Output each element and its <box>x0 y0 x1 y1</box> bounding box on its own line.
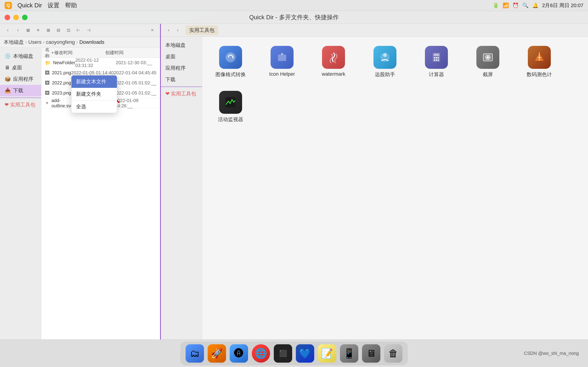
toolbar-btn-3[interactable]: ⊞ <box>44 26 52 34</box>
app-label-activity: 活动监视器 <box>218 116 243 123</box>
app-item-remote-helper[interactable]: 远股助手 <box>362 42 408 82</box>
sidebar-item-desktop[interactable]: 🖥 桌面 <box>0 62 41 73</box>
dock-item-trash[interactable]: 🗑 <box>384 344 402 363</box>
app-label-remote-helper: 远股助手 <box>375 71 395 78</box>
col-header-created[interactable]: 创建时间 <box>105 50 156 56</box>
right-active-tab[interactable]: 实用工具包 <box>186 25 218 35</box>
menubar-settings[interactable]: 设置 <box>48 1 60 9</box>
right-sidebar-toolkit[interactable]: ❤ 实用工具包 <box>161 88 202 100</box>
file-modified: 2022-01-05 01:14:40 <box>71 70 114 75</box>
back-button[interactable]: ‹ <box>4 26 12 34</box>
file-name: 2022.png <box>52 80 71 85</box>
panel-close-button[interactable]: × <box>148 26 156 34</box>
sidebar-item-localdisk[interactable]: 💿 本地磁盘 <box>0 50 41 62</box>
toolbar-btn-1[interactable]: ⊠ <box>24 26 32 34</box>
notification-icon[interactable]: 🔔 <box>532 2 538 8</box>
svg-rect-2 <box>278 55 286 61</box>
file-row[interactable]: 📁 NewFolder 2022-01-12 03:31:32 2021-12-… <box>41 58 160 68</box>
dock-item-chrome[interactable]: 🌐 <box>252 344 270 363</box>
svg-point-11 <box>434 59 435 61</box>
minimize-button[interactable] <box>13 15 19 20</box>
svg-point-10 <box>438 57 439 58</box>
left-sidebar: 💿 本地磁盘 🖥 桌面 📦 应用程序 📥 <box>0 48 41 340</box>
dock-item-launchpad[interactable]: 🚀 <box>208 344 226 363</box>
maximize-button[interactable] <box>22 15 27 20</box>
wifi-icon: 📶 <box>502 2 509 8</box>
localdisk-icon: 💿 <box>5 53 11 59</box>
toolbar-btn-2[interactable]: ≡ <box>34 26 42 34</box>
folder-icon: 📁 <box>45 60 51 66</box>
sidebar-label-applications: 应用程序 <box>13 76 33 83</box>
svg-point-13 <box>438 59 439 61</box>
context-menu-item-select-all[interactable]: 全选 <box>71 100 117 113</box>
file-name: 2023.png <box>52 90 71 96</box>
menubar-help[interactable]: 帮助 <box>65 1 77 9</box>
app-label-screenshot: 截屏 <box>483 71 493 78</box>
toolbar-btn-6[interactable]: ⊢ <box>74 26 83 34</box>
toolbar-btn-5[interactable]: ⊡ <box>64 26 73 34</box>
dock-item-appstore[interactable]: 🅐 <box>230 344 248 363</box>
dock-item-terminal[interactable]: ⬛ <box>274 344 292 363</box>
context-menu-item-new-folder[interactable]: 新建文件夹 <box>71 88 117 100</box>
app-icon-activity <box>219 91 242 114</box>
svg-rect-7 <box>434 54 439 56</box>
app-item-image-convert[interactable]: 图像格式转换 <box>208 42 254 82</box>
svg-point-9 <box>436 57 437 58</box>
breadcrumb-downloads[interactable]: Downloads <box>79 39 104 45</box>
left-toolbar: ‹ › ⊠ ≡ ⊞ ⊟ ⊡ ⊢ ⊣ × <box>0 24 160 37</box>
image-icon: 🖼 <box>45 70 50 76</box>
right-forward-button[interactable]: › <box>174 26 182 34</box>
dock-item-screenshare[interactable]: 🖥 <box>362 344 380 363</box>
status-text: CSDN @wo_shi_ma_nong <box>524 351 579 356</box>
dock-item-simulator[interactable]: 📱 <box>340 344 358 363</box>
right-back-button[interactable]: ‹ <box>164 26 173 34</box>
breadcrumb-localdisk[interactable]: 本地磁盘 <box>4 39 24 46</box>
menubar: Q Quick Dir 设置 帮助 🔋 📶 ⏰ 🔍 🔔 2月6日 周日 20:0… <box>0 0 588 11</box>
context-menu: 新建文本文件 新建文件夹 全选 <box>71 75 117 113</box>
breadcrumb-user[interactable]: caoyongfeng <box>46 39 75 45</box>
sidebar-divider <box>0 97 41 98</box>
file-created: 2021-12-30 03:__ <box>116 60 156 65</box>
dock-item-notes[interactable]: 📝 <box>318 344 336 363</box>
file-name: NewFolder <box>53 60 75 65</box>
right-sidebar-downloads[interactable]: 下载 <box>161 74 202 85</box>
context-menu-item-new-text[interactable]: 新建文本文件 <box>71 75 117 88</box>
svg-icon: + <box>45 100 49 106</box>
right-toolbar: ‹ › 实用工具包 <box>161 24 588 37</box>
right-sidebar-desktop[interactable]: 桌面 <box>161 51 202 62</box>
close-button[interactable] <box>5 15 10 20</box>
downloads-icon: 📥 <box>5 88 11 94</box>
col-header-modified[interactable]: 修改时间 <box>54 50 105 56</box>
col-header-name[interactable]: 名称 ▼ <box>45 48 54 59</box>
forward-button[interactable]: › <box>14 26 22 34</box>
app-item-calculator[interactable]: 计算器 <box>414 42 459 82</box>
dock-item-finder[interactable]: 🗂 <box>186 344 204 363</box>
menubar-right: 🔋 📶 ⏰ 🔍 🔔 2月6日 周日 20:07 <box>493 2 583 9</box>
dock-item-vscode[interactable]: 💙 <box>296 344 314 363</box>
breadcrumb-sep-2: › <box>43 39 44 45</box>
breadcrumb-users[interactable]: Users <box>28 39 41 45</box>
right-nav-sidebar: 本地磁盘 桌面 应用程序 下载 ❤ 实用工具包 <box>161 37 202 340</box>
sort-arrow-icon: ▼ <box>51 51 54 55</box>
time-machine-icon: ⏰ <box>512 2 519 8</box>
sidebar-item-applications[interactable]: 📦 应用程序 <box>0 73 41 85</box>
toolbar-btn-4[interactable]: ⊟ <box>54 26 62 34</box>
right-sidebar-localdisk[interactable]: 本地磁盘 <box>161 40 202 51</box>
app-logo: Q <box>5 2 12 9</box>
sidebar-item-downloads[interactable]: 📥 下载 <box>0 85 41 96</box>
app-item-watermark[interactable]: watermark <box>311 42 356 82</box>
toolbar-btn-7[interactable]: ⊣ <box>85 26 93 34</box>
applications-icon: 📦 <box>5 76 11 82</box>
app-item-colorimeter[interactable]: 数码测色计 <box>516 42 562 82</box>
app-icon-remote-helper <box>373 46 397 69</box>
app-item-icon-helper[interactable]: Icon Helper <box>259 42 305 82</box>
app-icon-colorimeter <box>528 46 551 69</box>
file-created: 2022-01-09 04:26:__ <box>115 98 156 108</box>
app-label-icon-helper: Icon Helper <box>269 71 295 77</box>
sidebar-item-toolkit[interactable]: ❤ 实用工具包 <box>0 99 41 110</box>
app-item-screenshot[interactable]: 截屏 <box>465 42 511 82</box>
right-sidebar-applications[interactable]: 应用程序 <box>161 62 202 74</box>
search-icon[interactable]: 🔍 <box>522 2 528 8</box>
app-item-activity[interactable]: 活动监视器 <box>208 87 254 127</box>
desktop-icon: 🖥 <box>5 65 10 71</box>
